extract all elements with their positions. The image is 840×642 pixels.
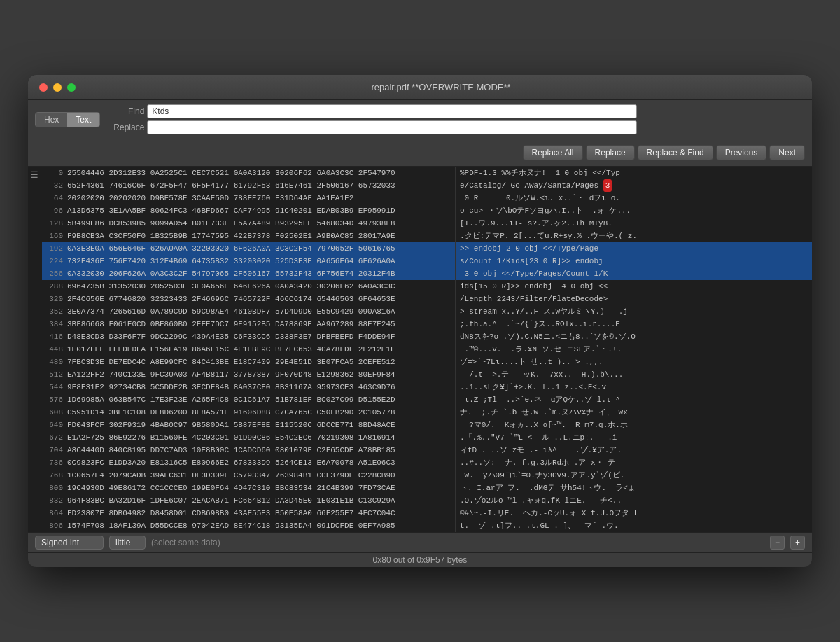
hex-bytes[interactable]: 652F4361 74616C6F 672F5F47 6F5F4177 6179… bbox=[67, 179, 396, 192]
hex-bytes[interactable]: FD23807E 8DB04982 D8458D01 CDB698B0 43AF… bbox=[67, 507, 396, 519]
window-title: repair.pdf **OVERWRITE MODE** bbox=[81, 82, 801, 92]
hex-bytes[interactable]: A13D6375 3E1AA5BF 80624FC3 46BFD667 CAF7… bbox=[67, 204, 396, 217]
row-address: 64 bbox=[43, 192, 67, 204]
scroll-down-button[interactable]: + bbox=[790, 536, 805, 550]
minimize-button[interactable] bbox=[53, 83, 62, 92]
text-row: /.t >.テ ッK. 7xx.. H.).b\... bbox=[456, 368, 812, 381]
hex-bytes[interactable]: 6964735B 31352030 20525D3E 3E0A656E 646F… bbox=[67, 280, 396, 293]
hex-bytes[interactable]: 25504446 2D312E33 0A2525C1 CEC7C521 0A0A… bbox=[67, 167, 396, 179]
hex-bytes[interactable]: 3E0A7374 7265616D 0A789C9D 59C98AE4 4610… bbox=[67, 305, 396, 318]
text-row: .「.%.."v7 `™L < ル ..L.ニp!. .i bbox=[456, 431, 812, 444]
replace-find-button[interactable]: Replace & Find bbox=[638, 145, 713, 160]
hex-bytes[interactable]: C5951D14 3BE1C108 DE8D6200 8E8A571E 9160… bbox=[67, 406, 396, 419]
hex-row: 7681C0657E4 2079CADB 39AEC631 DE3D309F C… bbox=[42, 469, 455, 482]
hex-row: 608C5951D14 3BE1C108 DE8D6200 8E8A571E 9… bbox=[42, 406, 455, 419]
row-address: 480 bbox=[43, 356, 67, 368]
hex-bytes[interactable]: F9B8CB3A C3CF50F0 1B325B9B 17747595 422B… bbox=[67, 230, 396, 242]
hex-bytes[interactable]: 964F83BC BA32D16F 1DFE6C07 2EACAB71 FC66… bbox=[67, 494, 396, 507]
highlight-badge: 3 bbox=[603, 179, 612, 192]
text-row: .™©...V. .ラ.¥N ソ.セ ニSLア.`・.!. bbox=[456, 343, 812, 356]
find-input[interactable] bbox=[147, 104, 637, 118]
text-row: ο=cu> ・ソ\bOテFソヨgハ.I..ト .ォ ケ... bbox=[456, 204, 812, 217]
hex-bytes[interactable]: FD043FCF 302F9319 4BAB0C97 9B580DA1 5B87… bbox=[67, 419, 396, 431]
replace-button[interactable]: Replace bbox=[586, 145, 635, 160]
hex-row: 5449F8F31F2 92734CB8 5C5DDE2B 3ECDF84B 8… bbox=[42, 381, 455, 393]
row-address: 704 bbox=[43, 444, 67, 456]
text-row: W. yハ09ヨι`=0.ナy3Gv9.アア.y`ゾ(ビ. bbox=[456, 469, 812, 482]
hex-rows: 025504446 2D312E33 0A2525C1 CEC7C521 0A0… bbox=[42, 167, 455, 532]
hex-bytes[interactable]: 1D69985A 063B547C 17E3F23E A265F4C8 0C1C… bbox=[67, 393, 396, 406]
close-button[interactable] bbox=[39, 83, 48, 92]
hex-bytes[interactable]: 0A332030 206F626A 0A3C3C2F 54797065 2F50… bbox=[67, 267, 396, 280]
hex-bytes[interactable]: A8C4440D 840C8195 DD7C7AD3 10E8B00C 1CAD… bbox=[67, 444, 396, 456]
endian-selector[interactable]: little big bbox=[109, 536, 146, 550]
hex-bytes[interactable]: 20202020 20202020 D9BF578E 3CAAE50D 788F… bbox=[67, 192, 354, 204]
hex-row: 672E1A2F725 86E92276 B11560FE 4C203C01 0… bbox=[42, 431, 455, 444]
hex-bytes[interactable]: 2F4C656E 67746820 32323433 2F46696C 7465… bbox=[67, 293, 396, 305]
row-address: 544 bbox=[43, 381, 67, 393]
find-label: Find bbox=[106, 106, 144, 116]
status-bar: 0x80 out of 0x9F57 bytes bbox=[28, 552, 812, 567]
hex-bytes[interactable]: 0A3E3E0A 656E646F 626A0A0A 32203020 6F62… bbox=[67, 242, 396, 255]
hex-bytes[interactable]: 19C4930D 49E86172 CC1CCCE0 199E0F64 4D47… bbox=[67, 482, 396, 494]
hex-panel: 025504446 2D312E33 0A2525C1 CEC7C521 0A0… bbox=[42, 167, 455, 532]
row-address: 416 bbox=[43, 330, 67, 343]
hex-bytes[interactable]: 732F436F 756E7420 312F4B69 64735B32 3320… bbox=[67, 255, 396, 267]
hex-row: 3523E0A7374 7265616D 0A789C9D 59C98AE4 4… bbox=[42, 305, 455, 318]
hex-bytes[interactable]: 1E017FFF FEFDEDFA F156EA19 86A6F15C 4E1F… bbox=[67, 343, 396, 356]
text-row: ?マ0/. Kォヵ..X α[~™. R m7.q.ホ.ホ bbox=[456, 419, 812, 431]
hex-bytes[interactable]: 1574F708 18AF139A D55DCCE8 97042EAD 8E47… bbox=[67, 519, 396, 532]
hex-bytes[interactable]: 9F8F31F2 92734CB8 5C5DDE2B 3ECDF84B 8A03… bbox=[67, 381, 396, 393]
text-row: .O.ゾo2ルo ™l .ャォq.fK lニE. チ<.. bbox=[456, 494, 812, 507]
row-address: 736 bbox=[43, 456, 67, 469]
replace-input[interactable] bbox=[147, 120, 637, 134]
text-row: e/Catalog/_Go_Away/Santa/Pages 3 bbox=[456, 179, 812, 192]
text-row: .クビ:テマP. 2[...てu.R+sy.% .ウーや.( z. bbox=[456, 230, 812, 242]
text-row: > stream x..Y/..F ス.WヤルミヽY.) .j bbox=[456, 305, 812, 318]
hex-row: 640FD043FCF 302F9319 4BAB0C97 9B580DA1 5… bbox=[42, 419, 455, 431]
hex-bytes[interactable]: 7FBC3D3E DE7EDC4C A8E99CFC 84C413BE E18C… bbox=[67, 356, 396, 368]
hex-bytes[interactable]: 3BF86668 F061F0CD 0BF860B0 2FFE7DC7 9E91… bbox=[67, 318, 396, 330]
hex-bytes[interactable]: 5B499F86 DC853985 9099AD54 B01E733F E5A7… bbox=[67, 217, 396, 230]
row-address: 512 bbox=[43, 368, 67, 381]
row-address: 288 bbox=[43, 280, 67, 293]
text-mode-button[interactable]: Text bbox=[67, 113, 99, 127]
row-address: 192 bbox=[43, 242, 67, 255]
text-row: ;.fh.a.^ .`~/{`}ス..RΩlx..ι.r....E bbox=[456, 318, 812, 330]
row-address: 448 bbox=[43, 343, 67, 356]
sidebar-toggle[interactable]: ☰ bbox=[28, 167, 42, 532]
hex-bytes[interactable]: E1A2F725 86E92276 B11560FE 4C203C01 01D9… bbox=[67, 431, 396, 444]
hex-mode-button[interactable]: Hex bbox=[36, 113, 67, 127]
previous-button[interactable]: Previous bbox=[716, 145, 767, 160]
find-row: Find bbox=[106, 104, 637, 118]
mode-toggle[interactable]: Hex Text bbox=[35, 112, 100, 127]
next-button[interactable]: Next bbox=[769, 145, 805, 160]
text-row: [I..ワ.9...ιT- s?.ア.ヶ2..Th MIy8. bbox=[456, 217, 812, 230]
hex-row: 8961574F708 18AF139A D55DCCE8 97042EAD 8… bbox=[42, 519, 455, 532]
text-row: ©#\~.-I.リE. ヘカ.-CッU.ォ X f.U.Oヲタ L bbox=[456, 507, 812, 519]
hex-bytes[interactable]: D48E3CD3 D33F6F7F 9DC2299C 439A4E35 C6F3… bbox=[67, 330, 396, 343]
hex-bytes[interactable]: EA122FF2 740C133E 9FC30A03 AF4B8117 3778… bbox=[67, 368, 396, 381]
hex-row: 7360C9823FC E1DD3A20 E81316C5 E80966E2 6… bbox=[42, 456, 455, 469]
scroll-up-button[interactable]: − bbox=[770, 536, 785, 550]
signed-int-selector[interactable]: Signed Int Unsigned Int Float bbox=[35, 536, 104, 550]
hamburger-icon: ☰ bbox=[28, 169, 38, 180]
hex-bytes[interactable]: 0C9823FC E1DD3A20 E81316C5 E80966E2 6783… bbox=[67, 456, 396, 469]
action-buttons: Replace All Replace Replace & Find Previ… bbox=[523, 142, 806, 163]
hex-bytes[interactable]: 1C0657E4 2079CADB 39AEC631 DE3D309F C579… bbox=[67, 469, 396, 482]
text-row: dN8スを?o .ゾ).C.N5ニ.<ニも8..`ソを©.ゾ.O bbox=[456, 330, 812, 343]
hex-row: 2886964735B 31352030 20525D3E 3E0A656E 6… bbox=[42, 280, 455, 293]
text-row: ナ. ;.チ `.b せ.W .`m.ヌハv¥ナ イ、 Wx bbox=[456, 406, 812, 419]
type-select[interactable]: Signed Int Unsigned Int Float bbox=[35, 536, 104, 550]
row-address: 224 bbox=[43, 255, 67, 267]
endian-select[interactable]: little big bbox=[109, 536, 146, 550]
text-row: t. ゾ .ι]フ.. .ι.GL . ]、 マ` .ウ. bbox=[456, 519, 812, 532]
hex-row: 1285B499F86 DC853985 9099AD54 B01E733F E… bbox=[42, 217, 455, 230]
hex-row: 160F9B8CB3A C3CF50F0 1B325B9B 17747595 4… bbox=[42, 230, 455, 242]
replace-all-button[interactable]: Replace All bbox=[523, 145, 583, 160]
text-row: ィtD . ..ソ|zモ .- ιλ^ .ゾ.¥ア.ア. bbox=[456, 444, 812, 456]
row-address: 160 bbox=[43, 230, 67, 242]
maximize-button[interactable] bbox=[67, 83, 76, 92]
text-rows: %PDF-1.3 %%チホヌナ! 1 0 obj <</Type/Catalog… bbox=[456, 167, 812, 532]
hex-row: 3843BF86668 F061F0CD 0BF860B0 2FFE7DC7 9… bbox=[42, 318, 455, 330]
